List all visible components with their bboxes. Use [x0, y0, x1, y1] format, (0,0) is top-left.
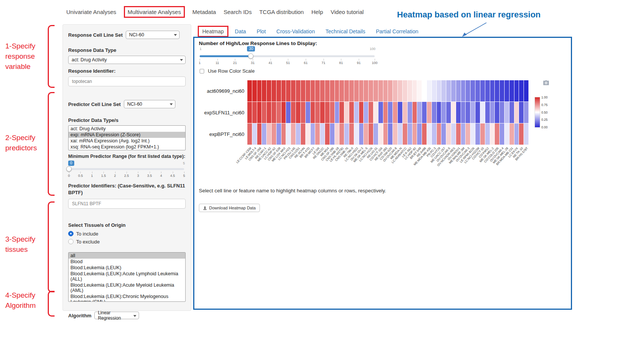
response-cell-line-set-select[interactable]: NCI-60: [126, 31, 180, 39]
heatmap-cell[interactable]: [311, 123, 315, 145]
heatmap-cell[interactable]: [252, 102, 257, 123]
tab-partial-correlation[interactable]: Partial Correlation: [372, 26, 422, 37]
algorithm-select[interactable]: Linear Regression: [94, 312, 139, 319]
heatmap-cell[interactable]: [262, 102, 266, 123]
heatmap-cell[interactable]: [456, 80, 461, 101]
heatmap-cell[interactable]: [286, 102, 291, 123]
listbox-option-xai-mrna-expression-avg-log2-int[interactable]: xai: mRNA Expression (Avg. log2 Int.): [69, 138, 185, 144]
heatmap-cell[interactable]: [480, 80, 485, 101]
radio-to-include[interactable]: [68, 231, 73, 236]
heatmap-cell[interactable]: [257, 123, 262, 145]
heatmap-cell[interactable]: [267, 123, 271, 145]
listbox-option-act-drug-activity[interactable]: act: Drug Activity: [69, 126, 185, 132]
heatmap-cell[interactable]: [446, 123, 451, 145]
heatmap-cell[interactable]: [519, 102, 524, 123]
download-heatmap-data-button[interactable]: Download Heatmap Data: [199, 204, 260, 212]
heatmap-cell[interactable]: [470, 123, 475, 145]
heatmap-cell[interactable]: [291, 123, 295, 145]
listbox-option-xsq-rna-seq-expression-log2-fpkm-1[interactable]: xsq: RNA-seq Expression (log2 FPKM+1.): [69, 144, 185, 150]
heatmap-cell[interactable]: [378, 123, 383, 145]
heatmap-cell[interactable]: [344, 123, 349, 145]
heatmap-cell[interactable]: [432, 80, 436, 101]
heatmap-cell[interactable]: [403, 102, 407, 123]
heatmap-cell[interactable]: [272, 80, 276, 101]
heatmap-cell[interactable]: [306, 102, 310, 123]
heatmap-cell[interactable]: [306, 123, 310, 145]
heatmap-cell[interactable]: [408, 123, 412, 145]
heatmap-cell[interactable]: [330, 102, 335, 123]
heatmap-cell[interactable]: [291, 80, 295, 101]
heatmap-cell[interactable]: [364, 80, 368, 101]
heatmap-cell[interactable]: [422, 80, 427, 101]
heatmap-cell[interactable]: [427, 123, 431, 145]
tab-cross-validation[interactable]: Cross-Validation: [272, 26, 319, 37]
camera-icon[interactable]: [543, 80, 549, 86]
heatmap-cell[interactable]: [281, 123, 286, 145]
heatmap-cell[interactable]: [393, 123, 397, 145]
heatmap-cell[interactable]: [262, 80, 266, 101]
heatmap-cell[interactable]: [408, 102, 412, 123]
heatmap-row-label-expbptf-nci60[interactable]: expBPTF_nci60: [195, 131, 244, 137]
heatmap-cell[interactable]: [524, 102, 528, 123]
heatmap-cell[interactable]: [369, 102, 373, 123]
heatmap-cell[interactable]: [296, 102, 300, 123]
heatmap-cell[interactable]: [335, 80, 339, 101]
heatmap-cell[interactable]: [374, 123, 378, 145]
predictor-cell-line-set-select[interactable]: NCI-60: [124, 100, 175, 108]
heatmap-cell[interactable]: [354, 102, 359, 123]
heatmap-cell[interactable]: [315, 80, 320, 101]
heatmap-cell[interactable]: [524, 123, 528, 145]
listbox-option-exp-mrna-expression-z-score[interactable]: exp: mRNA Expression (Z-Score): [69, 132, 185, 138]
heatmap-cell[interactable]: [427, 80, 431, 101]
heatmap-cell[interactable]: [383, 80, 388, 101]
heatmap-cell[interactable]: [383, 102, 388, 123]
heatmap-cell[interactable]: [441, 102, 446, 123]
radio-to-exclude[interactable]: [68, 239, 73, 244]
heatmap-cell[interactable]: [466, 123, 470, 145]
heatmap-cell[interactable]: [505, 123, 509, 145]
heatmap-cell[interactable]: [349, 80, 354, 101]
heatmap-cell[interactable]: [466, 102, 470, 123]
heatmap-cell[interactable]: [272, 123, 276, 145]
heatmap-cell[interactable]: [485, 80, 490, 101]
nav-item-search-ids[interactable]: Search IDs: [224, 9, 252, 15]
listbox-option-blood-leukemia-leuk[interactable]: Blood:Leukemia (LEUK): [69, 265, 185, 271]
heatmap[interactable]: [247, 80, 528, 145]
response-identifier-input[interactable]: topotecan: [68, 76, 186, 86]
heatmap-cell[interactable]: [296, 80, 300, 101]
nav-item-help[interactable]: Help: [311, 9, 323, 15]
heatmap-cell[interactable]: [510, 102, 514, 123]
heatmap-cell[interactable]: [451, 102, 456, 123]
heatmap-cell[interactable]: [495, 123, 499, 145]
response-lines-slider[interactable]: 1100301112131415161718191100: [199, 46, 375, 65]
heatmap-cell[interactable]: [267, 80, 271, 101]
heatmap-cell[interactable]: [301, 123, 305, 145]
tab-technical-details[interactable]: Technical Details: [321, 26, 369, 37]
heatmap-cell[interactable]: [490, 102, 495, 123]
heatmap-cell[interactable]: [461, 123, 466, 145]
heatmap-cell[interactable]: [364, 102, 368, 123]
heatmap-cell[interactable]: [451, 123, 456, 145]
heatmap-cell[interactable]: [320, 80, 325, 101]
heatmap-cell[interactable]: [485, 123, 490, 145]
response-data-type-select[interactable]: act: Drug Activity: [68, 56, 186, 64]
slider-track[interactable]: [69, 168, 184, 170]
heatmap-cell[interactable]: [330, 80, 335, 101]
heatmap-cell[interactable]: [470, 102, 475, 123]
heatmap-cell[interactable]: [286, 123, 291, 145]
heatmap-cell[interactable]: [369, 123, 373, 145]
heatmap-cell[interactable]: [393, 102, 397, 123]
heatmap-cell[interactable]: [277, 102, 281, 123]
heatmap-cell[interactable]: [301, 102, 305, 123]
tissue-listbox[interactable]: allBloodBlood:Leukemia (LEUK)Blood:Leuke…: [68, 252, 186, 302]
heatmap-cell[interactable]: [281, 80, 286, 101]
heatmap-cell[interactable]: [354, 123, 359, 145]
listbox-option-all[interactable]: all: [69, 253, 185, 259]
heatmap-cell[interactable]: [441, 80, 446, 101]
heatmap-cell[interactable]: [480, 123, 485, 145]
heatmap-cell[interactable]: [417, 102, 422, 123]
heatmap-cell[interactable]: [272, 102, 276, 123]
heatmap-cell[interactable]: [354, 80, 359, 101]
tab-plot[interactable]: Plot: [252, 26, 270, 37]
heatmap-cell[interactable]: [325, 123, 330, 145]
